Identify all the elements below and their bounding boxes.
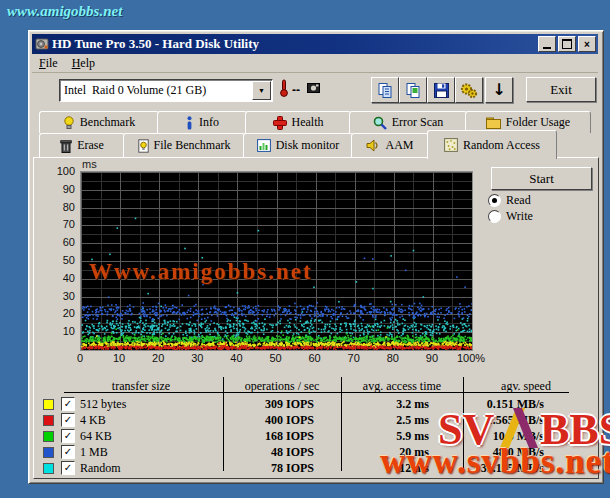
radio-selected-icon [488,194,501,207]
x-tick-label: 20 [138,352,178,364]
y-tick-label: 90 [47,183,75,195]
x-tick-label: 60 [295,352,335,364]
save-icon [433,82,450,99]
y-axis-unit-label: ms [82,158,97,170]
app-icon [35,37,49,51]
desktop: www.amigobbs.net HD Tune Pro 3.50 - Hard… [0,0,610,498]
maximize-icon [562,39,572,49]
disk-capture-icon[interactable] [307,81,320,94]
x-tick-label: 80 [373,352,413,364]
check-icon: ✓ [64,399,72,409]
info-icon [185,116,194,130]
y-tick-label: 30 [47,290,75,302]
tab-info[interactable]: Info [157,111,247,133]
tab-benchmark[interactable]: Benchmark [39,111,159,133]
table-header-rule [64,392,569,393]
series-checkbox[interactable]: ✓ [61,413,75,427]
x-tick-label: 90 [412,352,452,364]
health-cross-icon [273,116,287,130]
y-tick-label: 70 [47,218,75,230]
options-button[interactable] [455,77,483,103]
watermark-amigobbs-chart: Www.amigobbs.net [89,259,313,285]
download-results-button[interactable]: ↓ [485,77,513,103]
copy-text-button[interactable] [371,77,399,103]
series-swatch [43,399,54,410]
temperature-icon [279,79,289,97]
series-swatch [43,463,54,474]
series-checkbox[interactable]: ✓ [61,445,75,459]
y-tick-label: 100 [47,165,75,177]
close-icon: × [584,39,590,50]
check-icon: ✓ [64,447,72,457]
y-tick-label: 40 [47,272,75,284]
x-tick-label: 50 [256,352,296,364]
series-swatch [43,431,54,442]
check-icon: ✓ [64,415,72,425]
trash-icon [60,139,72,153]
x-tick-label: 100% [451,352,491,364]
series-checkbox[interactable]: ✓ [61,461,75,475]
menu-help[interactable]: Help [65,55,102,72]
series-checkbox[interactable]: ✓ [61,429,75,443]
x-tick-label: 10 [99,352,139,364]
menu-file[interactable]: File [32,55,65,72]
bar-chart-icon [257,139,271,152]
exit-button[interactable]: Exit [526,77,596,102]
drive-select[interactable]: Intel Raid 0 Volume (21 GB) ▼ [59,79,273,102]
watermark-svbbs-url: www.svbbs.net [380,442,610,482]
y-tick-label: 80 [47,201,75,213]
x-tick-label: 70 [334,352,374,364]
series-swatch [43,415,54,426]
series-checkbox[interactable]: ✓ [61,397,75,411]
temperature-value: -- [292,83,300,97]
tab-disk-monitor[interactable]: Disk monitor [243,133,353,157]
chevron-down-icon[interactable]: ▼ [252,81,271,100]
y-tick-label: 50 [47,254,75,266]
x-tick-label: 30 [177,352,217,364]
minimize-icon [543,47,551,49]
copy-image-button[interactable] [399,77,427,103]
random-dots-icon [444,138,458,152]
table-row: ✓ 4 KB 400 IOPS 2.5 ms 1.565 MB/s [39,413,589,427]
y-tick-label: 60 [47,236,75,248]
titlebar[interactable]: HD Tune Pro 3.50 - Hard Disk Utility × [32,34,598,54]
maximize-button[interactable] [558,36,576,52]
magnifier-icon [373,116,387,130]
speaker-icon [366,139,380,152]
check-icon: ✓ [64,463,72,473]
x-tick-label: 40 [216,352,256,364]
check-icon: ✓ [64,431,72,441]
tab-aam[interactable]: AAM [351,133,429,157]
save-button[interactable] [427,77,455,103]
close-button[interactable]: × [578,36,596,52]
copy-image-icon [405,82,422,99]
write-radio[interactable]: Write [488,209,533,224]
start-button[interactable]: Start [491,167,592,190]
series-swatch [43,447,54,458]
read-radio[interactable]: Read [488,193,531,208]
down-arrow-icon: ↓ [492,82,505,98]
watermark-amigobbs-top: www.amigobbs.net [7,3,122,20]
y-tick-label: 20 [47,307,75,319]
copy-icon [377,82,394,99]
tab-random-access[interactable]: Random Access [427,130,557,159]
file-lamp-icon [138,139,149,153]
lamp-icon [63,116,75,130]
tab-file-benchmark[interactable]: File Benchmark [123,133,245,157]
radio-unselected-icon [488,210,501,223]
tab-health[interactable]: Health [245,111,351,133]
menubar: File Help [32,54,598,73]
x-tick-label: 0 [60,352,100,364]
y-tick-label: 10 [47,325,75,337]
minimize-button[interactable] [538,36,556,52]
window-title: HD Tune Pro 3.50 - Hard Disk Utility [52,36,259,52]
folder-icon [486,116,501,129]
drive-select-value: Intel Raid 0 Volume (21 GB) [60,83,252,98]
table-row: ✓ 512 bytes 309 IOPS 3.2 ms 0.151 MB/s [39,397,589,411]
tab-erase[interactable]: Erase [39,133,125,157]
gear-icon [460,82,478,99]
